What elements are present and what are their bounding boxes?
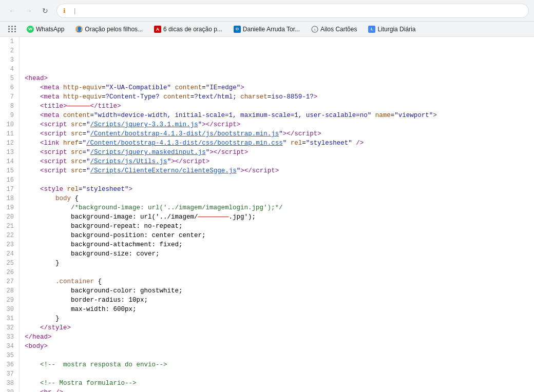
code-line-9: <meta content="width=device-width, initi… (25, 111, 529, 120)
code-line-34: <body> (25, 342, 529, 351)
code-line-15: <script src="/Scripts/ClienteExterno/cli… (25, 166, 529, 175)
bookmark-whatsapp[interactable]: W WhatsApp (23, 25, 68, 34)
code-line-12: <link href="/Content/bootstrap-4.1.3-dis… (25, 139, 529, 148)
code-line-21: background-repeat: no-repeat; (25, 222, 529, 231)
code-line-36: <!-- mostra resposta do envio--> (25, 360, 529, 369)
url-separator: | (74, 7, 75, 14)
bookmark-oracao[interactable]: 👤 Oração pelos filhos... (71, 25, 147, 34)
oracao-icon: 👤 (75, 26, 83, 33)
reload-button[interactable]: ↻ (38, 4, 52, 18)
bookmark-ailos-label: Ailos Cartões (320, 26, 357, 33)
code-line-17: <style rel="stylesheet"> (25, 185, 529, 194)
ailos-icon: A (311, 26, 318, 33)
address-bar[interactable]: ℹ | (56, 4, 529, 18)
code-line-22: background-position: center center; (25, 231, 529, 240)
browser-toolbar: ← → ↻ ℹ | (0, 0, 534, 22)
code-line-3: ​ (25, 55, 529, 65)
code-line-18: body { (25, 194, 529, 203)
code-line-32: </style> (25, 323, 529, 332)
bookmark-whatsapp-label: WhatsApp (36, 26, 64, 33)
nav-buttons: ← → ↻ (5, 4, 52, 18)
code-line-14: <script src="/Scripts/js/Utils.js"></scr… (25, 157, 529, 166)
code-line-25: } (25, 259, 529, 268)
code-line-28: background-color: ghostwhite; (25, 286, 529, 296)
apps-grid-icon (8, 26, 14, 32)
security-icon: ℹ (63, 7, 66, 14)
bookmark-danielle[interactable]: O Danielle Arruda Tor... (230, 25, 304, 34)
code-line-4: ​ (25, 65, 529, 74)
back-button[interactable]: ← (5, 4, 20, 18)
code-line-24: background-size: cover; (25, 249, 529, 259)
code-line-38: <!-- Mostra formulario--> (25, 379, 529, 388)
bookmark-liturgia-label: Liturgia Diária (377, 26, 415, 33)
code-line-10: <script src="/Scripts/jquery-3.3.1.min.j… (25, 120, 529, 129)
code-line-8: <title>——————</title> (25, 102, 529, 111)
bookmark-danielle-label: Danielle Arruda Tor... (243, 26, 300, 33)
bookmark-ailos[interactable]: A Ailos Cartões (307, 25, 361, 34)
forward-button[interactable]: → (22, 4, 36, 18)
liturgia-icon: L (368, 26, 375, 33)
code-line-37: ​ (25, 369, 529, 379)
bookmark-6dicas-label: 6 dicas de oração p... (163, 26, 222, 33)
code-line-35: ​ (25, 351, 529, 360)
outlook-icon: O (234, 26, 241, 33)
code-line-11: <script src="/Content/bootstrap-4.1.3-di… (25, 129, 529, 139)
code-line-26: ​ (25, 268, 529, 277)
code-line-19: /*background-image: url('../imagem/image… (25, 203, 529, 212)
code-line-13: <script src="/Scripts/jquery.maskedinput… (25, 148, 529, 157)
code-line-7: <meta http-equiv=?Content-Type? content=… (25, 92, 529, 102)
code-line-1: ​ (25, 37, 529, 46)
code-line-27: .container { (25, 277, 529, 286)
6dicas-icon: A (154, 26, 161, 33)
code-line-39: <br /> (25, 388, 529, 392)
svg-text:A: A (314, 28, 316, 31)
source-view[interactable]: 1234567891011121314151617181920212223242… (0, 37, 534, 392)
code-content: ​​​​<head> <meta http-equiv="X-UA-Compat… (20, 37, 534, 392)
code-line-23: background-attachment: fixed; (25, 240, 529, 249)
line-numbers: 1234567891011121314151617181920212223242… (0, 37, 20, 392)
apps-button[interactable] (5, 25, 20, 33)
bookmark-6dicas[interactable]: A 6 dicas de oração p... (150, 25, 226, 34)
code-line-16: ​ (25, 175, 529, 185)
code-line-6: <meta http-equiv="X-UA-Compatible" conte… (25, 83, 529, 92)
code-line-33: </head> (25, 332, 529, 342)
code-line-5: <head> (25, 74, 529, 83)
code-line-31: } (25, 314, 529, 323)
code-line-29: border-radius: 10px; (25, 296, 529, 305)
whatsapp-icon: W (27, 26, 34, 33)
bookmark-liturgia[interactable]: L Liturgia Diária (364, 25, 419, 34)
bookmarks-bar: W WhatsApp 👤 Oração pelos filhos... A 6 … (0, 22, 534, 37)
code-line-20: background-image: url('../imagem/———————… (25, 212, 529, 222)
bookmark-oracao-label: Oração pelos filhos... (85, 26, 143, 33)
code-line-2: ​ (25, 46, 529, 55)
code-line-30: max-width: 600px; (25, 305, 529, 314)
